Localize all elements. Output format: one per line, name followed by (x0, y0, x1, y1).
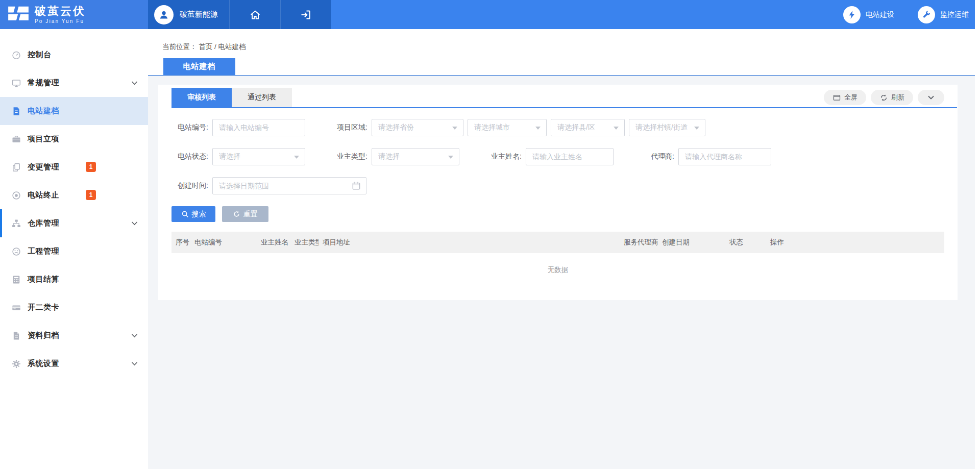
home-button[interactable] (230, 0, 281, 29)
sidebar-item-project-settlement[interactable]: 项目结算 (0, 265, 148, 293)
collapse-filters-button[interactable] (918, 90, 944, 105)
sitemap-icon (11, 218, 22, 229)
fullscreen-button[interactable]: 全屏 (824, 90, 866, 105)
col-created-date: 创建日期 (658, 238, 725, 247)
sidebar-item-change-mgmt[interactable]: 变更管理 1 (0, 153, 148, 181)
col-index: 序号 (172, 238, 190, 247)
search-icon (181, 210, 189, 218)
caret-down-icon (535, 127, 541, 130)
sidebar-item-console[interactable]: 控制台 (0, 41, 148, 69)
refresh-button[interactable]: 刷新 (871, 90, 913, 105)
user-menu[interactable]: 破茧新能源 (148, 0, 230, 29)
results-table: 序号 电站编号 业主姓名 业主类型 项目地址 服务代理商 创建日期 状态 操作 … (172, 232, 944, 287)
date-range-field (212, 177, 366, 194)
badge-change-mgmt: 1 (86, 162, 96, 172)
page-scrollbar[interactable] (975, 0, 980, 469)
sidebar-item-station-termination[interactable]: 电站终止 1 (0, 181, 148, 209)
chevron-down-icon (927, 95, 935, 100)
main-area: 当前位置： 首页 / 电站建档 电站建档 审核列表 通过列表 全屏 (148, 29, 980, 469)
bolt-icon (843, 6, 861, 23)
col-owner-name: 业主姓名 (257, 238, 290, 247)
badge-station-termination: 1 (86, 190, 96, 200)
owner-type-label: 业主类型: (331, 152, 368, 161)
search-button[interactable]: 搜索 (172, 206, 215, 222)
breadcrumb-strip: 当前位置： 首页 / 电站建档 电站建档 (148, 29, 980, 76)
reset-button[interactable]: 重置 (222, 206, 268, 222)
station-no-label: 电站编号: (172, 123, 208, 132)
caret-down-icon (294, 156, 299, 159)
logout-icon (300, 9, 312, 21)
panel-tabbar: 审核列表 通过列表 全屏 (172, 85, 957, 108)
owner-name-input[interactable] (526, 148, 614, 165)
monitor-icon (11, 78, 22, 89)
form-actions: 搜索 重置 (172, 206, 944, 222)
col-status: 状态 (725, 238, 766, 247)
logout-button[interactable] (281, 0, 331, 29)
dashboard-icon (11, 50, 22, 61)
header-mode-switch: 电站建设 监控运维 (843, 0, 980, 29)
nav-monitor-ops[interactable]: 监控运维 (918, 6, 969, 23)
avatar-icon (154, 5, 174, 24)
copy-pages-icon (11, 162, 22, 173)
col-owner-type: 业主类型 (290, 238, 318, 247)
header-spacer (331, 0, 843, 29)
filter-form: 电站编号: 项目区域: 请选择省份 请选择城市 (172, 108, 944, 222)
refresh-icon (879, 93, 888, 102)
sidebar-item-open-card[interactable]: 开二类卡 (0, 293, 148, 322)
top-header: 破茧云伏 Po Jian Yun Fu 破茧新能源 (0, 0, 980, 29)
empty-state: 无数据 (172, 253, 944, 287)
gauge-cluster-icon (11, 246, 22, 257)
fullscreen-icon (832, 93, 841, 102)
owner-type-select[interactable]: 请选择 (372, 148, 459, 165)
gear-icon (11, 358, 22, 369)
record-circle-icon (11, 190, 22, 201)
sidebar-item-engineering-mgmt[interactable]: 工程管理 (0, 237, 148, 265)
reset-icon (233, 210, 240, 218)
nav-monitor-ops-label: 监控运维 (940, 10, 969, 19)
date-range-input[interactable] (212, 177, 366, 194)
panel-toolbar: 全屏 刷新 (824, 90, 944, 105)
wrench-icon (918, 6, 935, 23)
agent-label: 代理商: (638, 152, 674, 161)
city-select[interactable]: 请选择城市 (468, 119, 547, 136)
sidebar: 控制台 常规管理 电站建档 项目立项 (0, 29, 148, 469)
page-tab-station-filing[interactable]: 电站建档 (163, 58, 235, 75)
created-time-label: 创建时间: (172, 181, 208, 190)
station-no-input[interactable] (212, 119, 305, 136)
sidebar-item-general-mgmt[interactable]: 常规管理 (0, 69, 148, 97)
sidebar-item-data-archive[interactable]: 资料归档 (0, 322, 148, 350)
bank-card-icon (11, 302, 22, 313)
chevron-down-icon (131, 221, 138, 226)
document-icon (11, 106, 22, 117)
sidebar-item-project-initiation[interactable]: 项目立项 (0, 125, 148, 153)
caret-down-icon (448, 156, 453, 159)
sidebar-item-station-filing[interactable]: 电站建档 (0, 97, 148, 125)
brand-logo: 破茧云伏 Po Jian Yun Fu (0, 0, 148, 29)
town-select[interactable]: 请选择村镇/街道 (629, 119, 705, 136)
briefcase-icon (11, 134, 22, 145)
chevron-down-icon (131, 333, 138, 338)
brand-subtitle: Po Jian Yun Fu (35, 19, 86, 24)
breadcrumb: 当前位置： 首页 / 电站建档 (162, 42, 246, 52)
tab-review-list[interactable]: 审核列表 (172, 88, 232, 107)
brand-title: 破茧云伏 (35, 6, 86, 17)
nav-station-build[interactable]: 电站建设 (843, 6, 894, 23)
col-station-no: 电站编号 (190, 238, 257, 247)
col-project-address: 项目地址 (318, 238, 620, 247)
province-select[interactable]: 请选择省份 (372, 119, 463, 136)
breadcrumb-prefix: 当前位置： (162, 43, 197, 51)
caret-down-icon (614, 127, 619, 130)
chevron-down-icon (131, 361, 138, 366)
content-area: 审核列表 通过列表 全屏 (148, 76, 980, 300)
station-status-select[interactable]: 请选择 (212, 148, 305, 165)
tab-passed-list[interactable]: 通过列表 (232, 88, 292, 107)
sidebar-item-system-settings[interactable]: 系统设置 (0, 350, 148, 378)
county-select[interactable]: 请选择县/区 (551, 119, 625, 136)
breadcrumb-path: 首页 / 电站建档 (199, 43, 246, 51)
sidebar-item-warehouse-mgmt[interactable]: 仓库管理 (0, 209, 148, 237)
file-archive-icon (11, 330, 22, 341)
col-service-agent: 服务代理商 (620, 238, 658, 247)
user-name: 破茧新能源 (180, 10, 218, 19)
agent-input[interactable] (678, 148, 771, 165)
region-selects: 请选择省份 请选择城市 请选择县/区 请选择村镇/街道 (372, 119, 705, 136)
